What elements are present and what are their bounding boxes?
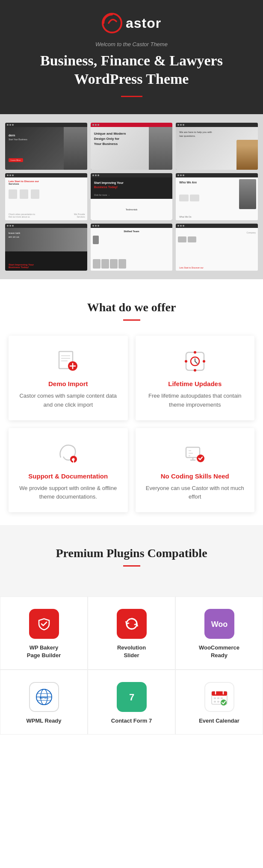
plugin-wpml: WPML WPML Ready	[0, 670, 88, 735]
lifetime-updates-icon	[182, 348, 208, 374]
svg-point-12	[185, 360, 187, 363]
no-coding-desc: Everyone can use Castor with not much ef…	[144, 484, 246, 502]
demo-import-desc: Castor comes with sample content data an…	[17, 392, 119, 410]
logo: astor	[9, 13, 254, 33]
svg-point-11	[194, 369, 196, 372]
wpml-icon: WPML	[29, 682, 59, 712]
offer-divider	[123, 319, 140, 321]
header-divider	[121, 96, 142, 97]
plugins-header: Premium Plugins Compatible	[0, 546, 263, 596]
revolution-icon	[117, 609, 147, 639]
page-header: astor Welcom to the Castor Theme Busines…	[0, 0, 263, 114]
svg-point-10	[194, 351, 196, 354]
support-icon	[55, 441, 81, 466]
svg-rect-38	[212, 691, 227, 696]
no-coding-icon	[182, 441, 208, 466]
woo-icon: Woo	[204, 609, 234, 639]
offer-grid: Demo Import Castor comes with sample con…	[9, 336, 254, 512]
wpml-name: WPML Ready	[5, 717, 83, 725]
cf7-name: Contact Form 7	[92, 717, 171, 725]
svg-rect-43	[221, 697, 223, 699]
support-desc: We provide support with online & offline…	[17, 484, 119, 502]
header-title: Business, Finance & Lawyers WordPress Th…	[9, 52, 254, 88]
offer-section: What do we offer Demo Import Castor come…	[0, 279, 263, 525]
plugin-eventcal: Event Calendar	[175, 670, 263, 735]
lifetime-title: Lifetime Updades	[144, 380, 246, 387]
screenshot-3: We are here to help you with law questio…	[176, 123, 258, 170]
demo-import-title: Demo Import	[17, 380, 119, 387]
svg-rect-41	[214, 697, 216, 699]
lifetime-desc: Free lifetime autoupdates that contain t…	[144, 392, 246, 410]
svg-rect-42	[217, 697, 219, 699]
plugin-revolution: RevolutionSlider	[88, 596, 175, 669]
plugins-section-title: Premium Plugins Compatible	[9, 546, 254, 560]
logo-text: astor	[126, 15, 161, 31]
demo-import-icon	[55, 348, 81, 374]
wpbakery-icon	[29, 609, 59, 639]
screenshot-8: Skilled Team	[91, 224, 173, 271]
support-title: Support & Documentation	[17, 472, 119, 480]
revolution-name: RevolutionSlider	[92, 644, 171, 659]
eventcal-name: Event Calendar	[180, 717, 258, 725]
offer-card-no-coding: No Coding Skills Need Everyone can use C…	[136, 428, 255, 513]
cf7-icon: 7	[117, 682, 147, 712]
castor-logo-icon	[102, 13, 122, 33]
svg-rect-44	[214, 701, 216, 703]
svg-line-15	[195, 361, 197, 363]
woo-name: WooCommerceReady	[180, 644, 258, 659]
offer-card-support: Support & Documentation We provide suppo…	[9, 428, 128, 513]
screenshot-5: Start Improving YourBusiness Today! Clic…	[91, 173, 173, 220]
svg-rect-26	[123, 615, 140, 632]
offer-section-title: What do we offer	[9, 301, 254, 314]
no-coding-title: No Coding Skills Need	[144, 472, 246, 480]
svg-point-13	[203, 360, 205, 363]
eventcal-icon	[204, 682, 234, 712]
svg-rect-45	[217, 701, 219, 703]
screenshots-grid: dernStart Your Business Learn More Uniqu…	[0, 114, 263, 279]
plugins-section: Premium Plugins Compatible WP BakeryPage…	[0, 525, 263, 735]
svg-text:7: 7	[129, 692, 134, 703]
screenshot-7: leave tankem on us Start Improving YourB…	[5, 224, 87, 271]
screenshot-2: Unique and ModernDesign Only forYour Bus…	[91, 123, 173, 170]
plugins-divider	[123, 565, 140, 567]
offer-card-demo-import: Demo Import Castor comes with sample con…	[9, 336, 128, 420]
screenshot-9: Lets Start to Discover our Company	[176, 224, 258, 271]
plugin-wpbakery: WP BakeryPage Builder	[0, 596, 88, 669]
screenshot-4: Lets Start to Discuss ourServices Check …	[5, 173, 87, 220]
plugin-woocommerce: Woo WooCommerceReady	[175, 596, 263, 669]
offer-card-lifetime: Lifetime Updades Free lifetime autoupdat…	[136, 336, 255, 420]
plugin-cf7: 7 Contact Form 7	[88, 670, 175, 735]
screenshot-1: dernStart Your Business Learn More	[5, 123, 87, 170]
screenshot-6: Who We Are What We Do	[176, 173, 258, 220]
header-subtitle: Welcom to the Castor Theme	[9, 41, 254, 47]
svg-text:WPML: WPML	[39, 696, 49, 699]
svg-text:Woo: Woo	[211, 620, 228, 629]
wpbakery-name: WP BakeryPage Builder	[5, 644, 83, 659]
